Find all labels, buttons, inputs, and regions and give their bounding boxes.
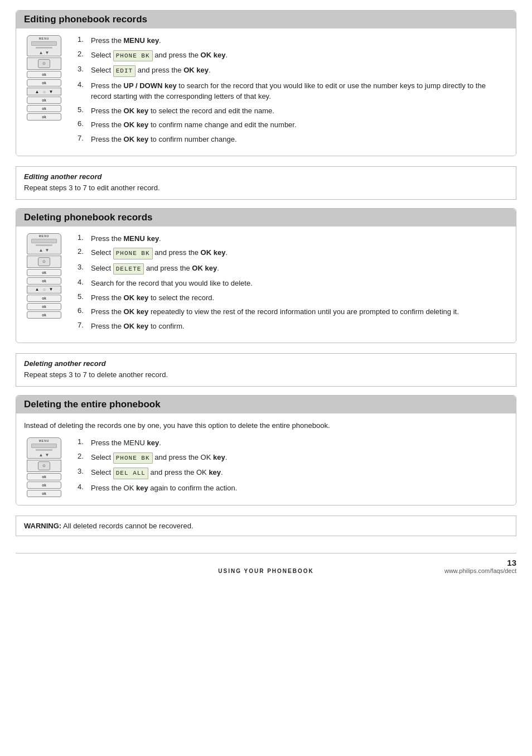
del-ok-btn-4: ok (27, 303, 61, 310)
phone-ok-btn-5: ok (27, 113, 61, 121)
all-ok-btn-3: ok (27, 490, 61, 497)
del-ok-buttons: ok ok ▲⊙▼ ok ok ok (27, 269, 61, 319)
editing-step-4: 4. Press the UP / DOWN key to search for… (78, 80, 508, 102)
del-menu-label: MENU (39, 234, 50, 238)
deleting-phone-steps: MENU ▲ ▼ ⊙ ok ok (24, 233, 508, 335)
del-phone-screen (31, 239, 57, 243)
deleting-section-header: Deleting phonebook records (16, 209, 516, 227)
phone-ok-btn-4: ok (27, 105, 61, 112)
editing-note-text: Repeat steps 3 to 7 to edit another reco… (24, 182, 508, 194)
deleting-all-phone-image: MENU ▲ ▼ ⊙ ok ok ok (24, 437, 69, 497)
deleting-phone-image: MENU ▲ ▼ ⊙ ok ok (24, 233, 69, 319)
deleting-step-5: 5. Press the OK key to select the record… (78, 292, 508, 304)
phone-ok-btn-3: ok (27, 97, 61, 104)
deleting-note-text: Repeat steps 3 to 7 to delete another re… (24, 369, 508, 381)
deleting-all-step-1: 1. Press the MENU key. (78, 437, 508, 449)
warning-box: WARNING: All deleted records cannot be r… (16, 516, 516, 536)
deleting-step-4: 4. Search for the record that you would … (78, 278, 508, 289)
deleting-steps-ol: 1. Press the MENU key. 2. Select PHONE B… (78, 233, 508, 332)
footer-center-text: USING YOUR PHONEBOOK (182, 568, 349, 574)
editing-steps-ol: 1. Press the MENU key. 2. Select PHONE B… (78, 35, 508, 145)
editing-step-5: 5. Press the OK key to select the record… (78, 105, 508, 117)
deleting-all-step-4: 4. Press the OK key again to confirm the… (78, 483, 508, 494)
phone-ok-buttons: ok ok ▲⊙▼ ok ok ok (27, 71, 61, 121)
editing-section: Editing phonebook records MENU ▲ ▼ (16, 10, 516, 156)
phone-mid-part: ⊙ (27, 57, 61, 70)
all-phone-screen (31, 444, 57, 448)
deleting-all-step-2: 2. Select PHONE BK and press the OK key. (78, 452, 508, 464)
del-arrow-buttons: ▲ ▼ (39, 248, 50, 253)
del-screen-line (36, 244, 52, 246)
warning-label: WARNING: (24, 522, 61, 530)
phone-arrow-row: ▲⊙▼ (27, 88, 61, 95)
page-number: 13 (507, 558, 516, 567)
footer-right-area: 13 www.philips.com/faqs/dect (350, 558, 516, 574)
phone-top-part: MENU ▲ ▼ (27, 35, 61, 56)
all-nav-button: ⊙ (38, 461, 50, 470)
deleting-all-section-header: Deleting the entire phonebook (16, 396, 516, 413)
deleting-all-phone-device: MENU ▲ ▼ ⊙ ok ok ok (24, 437, 64, 497)
editing-step-7: 7. Press the OK key to confirm number ch… (78, 134, 508, 145)
footer-url: www.philips.com/faqs/dect (444, 567, 516, 574)
del-ok-btn-1: ok (27, 269, 61, 276)
editing-note-title: Editing another record (24, 172, 508, 181)
deleting-section-content: MENU ▲ ▼ ⊙ ok ok (16, 227, 516, 343)
menu-label: MENU (39, 37, 50, 40)
editing-step-1: 1. Press the MENU key. (78, 35, 508, 46)
phone-ok-btn-2: ok (27, 79, 61, 86)
editing-steps-list: 1. Press the MENU key. 2. Select PHONE B… (78, 35, 508, 148)
phone-nav-button: ⊙ (38, 59, 50, 68)
lcd-phonebook-2: PHONE BK (113, 248, 153, 259)
editing-step-3: 3. Select EDIT and press the OK key. (78, 65, 508, 77)
all-phone-top: MENU ▲ ▼ (27, 437, 61, 459)
all-arrow-buttons: ▲ ▼ (39, 452, 50, 458)
all-screen-line (36, 449, 52, 451)
lcd-edit: EDIT (113, 65, 136, 77)
deleting-step-2: 2. Select PHONE BK and press the OK key. (78, 247, 508, 259)
del-ok-btn-5: ok (27, 311, 61, 319)
del-nav-button: ⊙ (38, 257, 50, 266)
phone-screen (31, 41, 57, 46)
footer: USING YOUR PHONEBOOK 13 www.philips.com/… (16, 553, 516, 574)
deleting-all-steps-ol: 1. Press the MENU key. 2. Select PHONE B… (78, 437, 508, 493)
editing-section-header: Editing phonebook records (16, 11, 516, 28)
del-ok-btn-3: ok (27, 295, 61, 302)
deleting-all-phone-steps: MENU ▲ ▼ ⊙ ok ok ok (24, 437, 508, 497)
editing-section-content: MENU ▲ ▼ ⊙ ok ok (16, 28, 516, 156)
lcd-delete: DELETE (113, 263, 144, 275)
deleting-note-box: Deleting another record Repeat steps 3 t… (16, 353, 516, 387)
all-ok-btn-2: ok (27, 481, 61, 489)
phone-arrow-buttons: ▲ ▼ (39, 50, 50, 55)
deleting-step-3: 3. Select DELETE and press the OK key. (78, 263, 508, 275)
del-arrow-row: ▲⊙▼ (27, 286, 61, 293)
editing-step-6: 6. Press the OK key to confirm name chan… (78, 119, 508, 131)
deleting-all-steps-list: 1. Press the MENU key. 2. Select PHONE B… (78, 437, 508, 497)
deleting-all-intro: Instead of deleting the records one by o… (24, 420, 508, 431)
all-phone-mid: ⊙ (27, 460, 61, 472)
editing-phone-device: MENU ▲ ▼ ⊙ ok ok (24, 35, 64, 121)
deleting-all-section: Deleting the entire phonebook Instead of… (16, 395, 516, 506)
all-ok-buttons: ok ok ok (27, 473, 61, 497)
del-phone-mid: ⊙ (27, 256, 61, 268)
deleting-phone-device: MENU ▲ ▼ ⊙ ok ok (24, 233, 64, 319)
deleting-note-title: Deleting another record (24, 359, 508, 368)
deleting-steps-list: 1. Press the MENU key. 2. Select PHONE B… (78, 233, 508, 335)
editing-phone-image: MENU ▲ ▼ ⊙ ok ok (24, 35, 69, 121)
editing-note-box: Editing another record Repeat steps 3 to… (16, 166, 516, 200)
deleting-all-section-content: Instead of deleting the records one by o… (16, 413, 516, 505)
lcd-del-all: DEL ALL (113, 468, 148, 479)
lcd-phonebook-1: PHONE BK (113, 50, 153, 62)
deleting-step-6: 6. Press the OK key repeatedly to view t… (78, 306, 508, 317)
deleting-step-1: 1. Press the MENU key. (78, 233, 508, 244)
all-ok-btn-1: ok (27, 473, 61, 480)
deleting-section: Deleting phonebook records MENU ▲ ▼ (16, 208, 516, 344)
lcd-phonebook-3: PHONE BK (113, 452, 153, 464)
deleting-all-step-3: 3. Select DEL ALL and press the OK key. (78, 467, 508, 479)
warning-text: All deleted records cannot be recovered. (63, 522, 193, 530)
all-menu-label: MENU (39, 439, 50, 442)
deleting-step-7: 7. Press the OK key to confirm. (78, 321, 508, 332)
phone-screen-line (36, 47, 52, 49)
editing-step-2: 2. Select PHONE BK and press the OK key. (78, 50, 508, 62)
editing-phone-steps: MENU ▲ ▼ ⊙ ok ok (24, 35, 508, 148)
del-ok-btn-2: ok (27, 277, 61, 285)
